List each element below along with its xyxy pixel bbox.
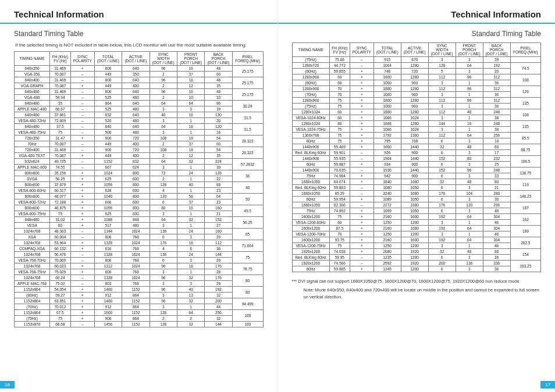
table-row: 1600x120093.75+2160160019264304202.5: [292, 237, 541, 243]
col-header: TOTAL(DOT / LINE): [94, 52, 122, 66]
table-row: 800x60048.077+1040800120566450: [15, 194, 264, 199]
col-header: TIMING NAME: [15, 52, 50, 66]
table-row: APPLE MAC-76875.02–8037683329: [15, 281, 264, 287]
table-row: 1280x102480+1688128014416248135: [292, 121, 541, 127]
table-row: VGA-48059.94–52548021033: [15, 95, 264, 101]
page-right: Technical Information Standard Timing Ta…: [278, 0, 556, 392]
table-row: 720x35031.47+900720108185428.322: [15, 136, 264, 141]
table-row: VESA60+5174803127: [15, 223, 264, 229]
table-row: 1024x76860.24–13281024963217680: [15, 275, 264, 281]
timing-table-left: TIMING NAMEFH (KHz)FV (Hz)SYNCPOLARITYTO…: [14, 51, 264, 327]
table-row: 640x48031.469–80064096164825.175: [15, 89, 264, 95]
table-row: VESA-1200-75Hz75+125012003146: [292, 243, 541, 249]
table-row: (75Hz)75.06–9158703339: [292, 57, 541, 63]
table-row: 1440x90055.469+1600144032488088.75: [292, 144, 541, 150]
table-row: VESA-600-60Hz60.317+6286004123: [15, 188, 264, 194]
table-row: 640x48037.861–832640401612031.5: [15, 112, 264, 118]
table-row: (70Hz)70+10009603136: [292, 92, 541, 98]
col-header: SYNCWIDTH(DOT / LINE): [150, 52, 177, 66]
col-header: PIXELFOREQ.(MHz): [510, 43, 540, 57]
table-row: COMPAQ-XGA66.132+8167684836: [15, 246, 264, 252]
page-title-left: Technical Information: [14, 9, 264, 19]
intro-text: If the selected timing is NOT included i…: [15, 42, 264, 48]
table-row: (75Hz)75+10009603136: [292, 104, 541, 109]
col-header: ACTIVE(DOT / LINE): [401, 43, 428, 57]
table-row: 1024x76853.964+132810241761611271.664: [15, 240, 264, 246]
table-row: 1280x102460+1800128011248248108: [292, 109, 541, 115]
table-row: 640x48037.5–840640641612031.5: [15, 124, 264, 130]
col-header: ACTIVE(DOT / LINE): [122, 52, 150, 66]
table-row: VESA-480-75Hz75–5004803116: [15, 130, 264, 136]
table-row: VESA-1200-70Hz70+125012003146: [292, 231, 541, 237]
table-row: (60Hz)59.855+7487205320: [292, 69, 541, 74]
table-row: 1152x86454.054+14801152964019280: [15, 287, 264, 293]
note-dvi: *** DVI signal can not support 1680X1050…: [292, 278, 542, 284]
table-row: 75Hz74.984+9429006333: [292, 173, 541, 179]
table-row: Red. BLKing 60Hz59.883–108010506321: [292, 185, 541, 191]
table-row: 1920x120074.566–25921920200136336193.25: [292, 261, 541, 266]
table-row: VESA-600-75Hz75+6256003121: [15, 211, 264, 217]
table-row: 1440x90055.935–1904144015280232106.5: [292, 156, 541, 162]
table-row: 800x60046.875+1056800801616049.5: [15, 205, 264, 211]
table-row: (70Hz)70.012+9128643144: [15, 304, 264, 310]
table-row: 1920x120074.038+20801920324880154: [292, 249, 541, 255]
table-row: 1600x120087.5+2160160019264304189: [292, 226, 541, 231]
table-row: Red. BLKing 60Hz59.95–123512006326: [292, 255, 541, 261]
table-row: XGA60.004–8067686329: [15, 234, 264, 240]
table-row: 1280x96075+1800128011296312135: [292, 98, 541, 104]
table-row: VESA-768-75Hz75.029+8007683128: [15, 269, 264, 275]
page-title-right: Technical Information: [292, 9, 542, 19]
table-row: 1680x105082.306–22721680176120296187: [292, 202, 541, 208]
col-header: PIXELFOREQ.(MHz): [232, 52, 263, 66]
table-row: (60Hz)60+10009603136: [292, 80, 541, 86]
table-row: 1024x76848.363–134410241362416065: [15, 229, 264, 234]
table-row: 60Hz75+7957686318: [292, 138, 541, 144]
col-header: FH (KHz)FV (Hz): [329, 43, 350, 57]
col-header: FRONTPORCH(DOT / LINE): [456, 43, 483, 57]
table-row: 60Hz59.887+9349006325: [292, 162, 541, 168]
col-header: SYNCWIDTH(DOT / LINE): [428, 43, 456, 57]
table-row: 800x60037.879+1056800128408840: [15, 182, 264, 188]
table-row: 1152x86463.851+14801152963220094.499: [15, 298, 264, 304]
table-row: 1680x105065.29–22401680176104280146.25: [292, 191, 541, 197]
table-row: 1600x120075+2160160019264304162: [292, 214, 541, 220]
col-header: FRONTPORCH(DOT / LINE): [177, 52, 204, 66]
col-header: TOTAL(DOT / LINE): [373, 43, 401, 57]
table-row: 1152x86467.5+1600115212864256108: [15, 310, 264, 316]
subhead-right: Standard Timing Table: [292, 30, 542, 38]
table-row: 1360x76875+179213601126425685.5: [292, 133, 541, 138]
table-row: APPLE MAC-80074.55–6676243139: [15, 165, 264, 170]
table-row: 1680x105064.674+18401680324880119: [292, 179, 541, 185]
table-row: 1152x87068.68–1456115212832144100: [15, 322, 264, 327]
note-vert: Note: Mode 640x350, 640x400 and 720x400 …: [304, 287, 542, 300]
table-row: VESA-1024-75Hz75+106610243138: [292, 127, 541, 133]
table-row: (60Hz)59.27+91286431332: [15, 293, 264, 298]
table-row: VESA-1024-60Hz60+106610243138: [292, 115, 541, 121]
table-row: 640x35031.469+80064096164825.175: [15, 66, 264, 72]
table-row: 1440x90070.635–1936144015296248136.75: [292, 168, 541, 173]
table-row: 1280x96070+1800128011296312126: [292, 86, 541, 92]
table-row: VGA-35070.087–44935023760: [15, 72, 264, 77]
table-row: VESA-768-70Hz70.069–8067686329: [15, 258, 264, 263]
notes: *** DVI signal can not support 1680X1050…: [292, 278, 542, 300]
col-header: BACKPORCH(DOT / LINE): [205, 52, 232, 66]
page-number-left: 16: [0, 381, 15, 389]
table-row: 720x40031.469–900720108185428.322: [15, 147, 264, 153]
table-row: VESA-480-72Hz72.809–5204803120: [15, 118, 264, 124]
table-row: 70Hz70.087–44940023760: [15, 141, 264, 147]
table-row: 60Hz59.954+108910506330: [292, 197, 541, 202]
table-row: Red. BLKing 60Hz59.901–9269006317: [292, 150, 541, 156]
col-header: TIMING NAME: [292, 43, 329, 57]
table-row: 800x60035.156+1024800722412836: [15, 170, 264, 176]
table-row: 832x62449.725–1152832643222457.2832: [15, 159, 264, 165]
table-row: 848x48031.02+1088848643215256.25: [15, 217, 264, 223]
col-header: FH (KHz)FV (Hz): [50, 52, 71, 66]
table-row: VESA-1200-60Hz60+125012003146: [292, 220, 541, 226]
timing-table-right: TIMING NAMEFH (KHz)FV (Hz)SYNCPOLARITYTO…: [292, 42, 542, 272]
table-row: 1024x76856.476–132810241362414475: [15, 252, 264, 258]
table-row: VESA-600-72Hz72.188+66660063723: [15, 199, 264, 205]
table-row: VGA-400-TEXT70.087+44940021235: [15, 153, 264, 159]
table-row: VGA-GRAPH70.087+44940021235: [15, 83, 264, 89]
table-row: 1280x96060+1800128011296312108: [292, 74, 541, 80]
col-header: BACKPORCH(DOT / LINE): [483, 43, 510, 57]
